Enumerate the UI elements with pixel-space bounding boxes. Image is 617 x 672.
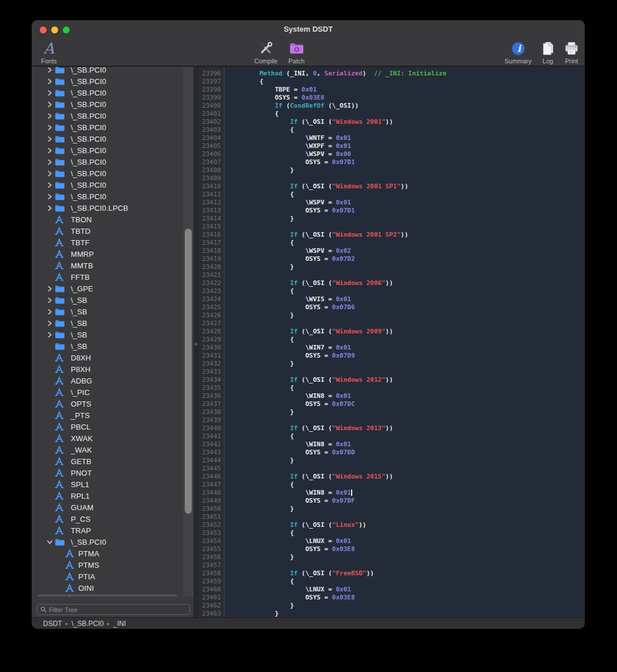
chevron-right-icon[interactable]: [47, 170, 53, 177]
patch-button[interactable]: Patch: [283, 40, 310, 64]
tree-item-_wak[interactable]: _WAK: [32, 444, 193, 455]
code-line[interactable]: If (\_OSI ("Windows 2001")): [225, 118, 585, 126]
code-line[interactable]: }: [225, 263, 585, 271]
compile-button[interactable]: Compile: [250, 40, 282, 64]
tree-item-_sb.pci0[interactable]: \_SB.PCI0: [32, 145, 193, 156]
code-line[interactable]: }: [225, 408, 585, 416]
code-line[interactable]: OSYS = 0x07DF: [225, 497, 585, 505]
breadcrumb-item-dsdt[interactable]: DSDT: [43, 620, 62, 628]
tree-item-oini[interactable]: OINI: [32, 582, 193, 594]
tree-item-tbtf[interactable]: TBTF: [32, 237, 193, 248]
tree-item-rpl1[interactable]: RPL1: [32, 490, 193, 502]
code-line[interactable]: {: [225, 529, 585, 537]
tree-item-mmtb[interactable]: MMTB: [32, 260, 193, 271]
filter-tree-input[interactable]: [49, 606, 189, 613]
code-line[interactable]: }: [225, 215, 585, 223]
tree-item-ptma[interactable]: PTMA: [32, 548, 193, 559]
tree-item-d8xh[interactable]: D8XH: [32, 352, 193, 363]
chevron-down-icon[interactable]: [47, 538, 53, 545]
tree-item-_sb.pci0[interactable]: \_SB.PCI0: [32, 98, 193, 110]
code-line[interactable]: }: [225, 553, 585, 561]
code-line[interactable]: If (\_OSI ("Windows 2013")): [225, 424, 585, 432]
code-line[interactable]: OSYS = 0x07DC: [225, 400, 585, 408]
code-line[interactable]: }: [225, 457, 585, 465]
code-line[interactable]: OSYS = 0x03E8: [225, 545, 585, 553]
tree-item-_gpe[interactable]: \_GPE: [32, 283, 193, 294]
code-pane[interactable]: Method (_INI, 0, Serialized) // _INI: In…: [225, 67, 585, 617]
tree-item-pbcl[interactable]: PBCL: [32, 421, 193, 432]
code-line[interactable]: }: [225, 505, 585, 513]
tree-item-_sb.pci0[interactable]: \_SB.PCI0: [32, 536, 193, 548]
tree-item-spl1[interactable]: SPL1: [32, 479, 193, 490]
chevron-right-icon[interactable]: [47, 112, 53, 119]
code-line[interactable]: }: [225, 610, 585, 617]
code-line[interactable]: OSYS = 0x07D1: [225, 158, 585, 166]
code-line[interactable]: If (\_OSI ("FreeBSD")): [225, 570, 585, 578]
chevron-right-icon[interactable]: [47, 285, 53, 292]
code-line[interactable]: }: [225, 166, 585, 174]
filter-tree-field[interactable]: [37, 604, 190, 615]
chevron-right-icon[interactable]: [47, 78, 53, 85]
code-line[interactable]: If (\_OSI ("Windows 2009")): [225, 328, 585, 336]
code-line[interactable]: If (\_OSI ("Linux")): [225, 521, 585, 529]
tree-item-xwak[interactable]: XWAK: [32, 432, 193, 444]
code-line[interactable]: OSYS = 0x07D9: [225, 352, 585, 360]
tree-item-_pic[interactable]: \_PIC: [32, 386, 193, 398]
code-line[interactable]: \WXPF = 0x01: [225, 142, 585, 150]
code-line[interactable]: OSYS = 0x03E8: [225, 94, 585, 102]
code-line[interactable]: If (\_OSI ("Windows 2001 SP2")): [225, 231, 585, 239]
chevron-right-icon[interactable]: [47, 193, 53, 200]
code-line[interactable]: {: [225, 432, 585, 441]
tree-item-tbtd[interactable]: TBTD: [32, 225, 193, 237]
code-line[interactable]: {: [225, 287, 585, 295]
tree-item-p_cs[interactable]: P_CS: [32, 513, 193, 525]
breadcrumb-item-_ini[interactable]: _INI: [113, 620, 126, 628]
code-line[interactable]: }: [225, 312, 585, 320]
split-divider[interactable]: [193, 67, 199, 617]
code-line[interactable]: If (\_OSI ("Windows 2015")): [225, 473, 585, 481]
sidebar-scrollbar-thumb[interactable]: [185, 229, 192, 514]
tree-item-_sb.pci0[interactable]: \_SB.PCI0: [32, 133, 193, 145]
chevron-right-icon[interactable]: [47, 158, 53, 165]
print-button[interactable]: Print: [560, 40, 583, 64]
tree-item-_sb.pci0[interactable]: \_SB.PCI0: [32, 156, 193, 168]
code-line[interactable]: \WIN7 = 0x01: [225, 344, 585, 352]
code-line[interactable]: \LNUX = 0x01: [225, 586, 585, 594]
code-line[interactable]: \WIN8 = 0x01: [225, 441, 585, 449]
code-line[interactable]: If (CondRefOf (\_OSI)): [225, 102, 585, 110]
tree-item-_sb.pci0[interactable]: \_SB.PCI0: [32, 110, 193, 122]
code-line[interactable]: OSYS = 0x07D6: [225, 303, 585, 312]
code-line[interactable]: [225, 223, 585, 231]
code-line[interactable]: {: [225, 78, 585, 86]
code-line[interactable]: \WSPV = 0x01: [225, 199, 585, 207]
tree-item-_pts[interactable]: _PTS: [32, 409, 193, 421]
chevron-right-icon[interactable]: [47, 308, 53, 315]
code-line[interactable]: [225, 320, 585, 328]
tree-item-_sb.pci0[interactable]: \_SB.PCI0: [32, 122, 193, 133]
code-line[interactable]: OSYS = 0x07DD: [225, 449, 585, 457]
chevron-right-icon[interactable]: [47, 135, 53, 142]
tree-item-_sb.pci0[interactable]: \_SB.PCI0: [32, 67, 193, 75]
code-line[interactable]: {: [225, 126, 585, 134]
tree-item-_sb.pci0[interactable]: \_SB.PCI0: [32, 87, 193, 98]
tree-item-_sb.pci0[interactable]: \_SB.PCI0: [32, 179, 193, 191]
code-line[interactable]: [225, 368, 585, 376]
chevron-right-icon[interactable]: [47, 204, 53, 211]
code-line[interactable]: \WNTF = 0x01: [225, 134, 585, 142]
summary-button[interactable]: i Summary: [501, 40, 535, 64]
tree-item-_sb.pci0[interactable]: \_SB.PCI0: [32, 168, 193, 179]
code-line[interactable]: }: [225, 360, 585, 368]
tree-item-p8xh[interactable]: P8XH: [32, 363, 193, 375]
tree-item-ptia[interactable]: PTIA: [32, 571, 193, 582]
tree-item-_sb.pci0[interactable]: \_SB.PCI0: [32, 191, 193, 202]
chevron-right-icon[interactable]: [47, 101, 53, 108]
code-line[interactable]: [225, 416, 585, 424]
code-line[interactable]: [225, 174, 585, 183]
code-line[interactable]: [225, 513, 585, 521]
code-line[interactable]: \WIN8 = 0x01: [225, 392, 585, 400]
fonts-button[interactable]: A Fonts: [34, 40, 64, 64]
tree-item-_ini[interactable]: _INI: [32, 594, 193, 597]
tree-item-_sb[interactable]: \_SB: [32, 294, 193, 306]
tree-item-getb[interactable]: GETB: [32, 455, 193, 467]
code-line[interactable]: OSYS = 0x07D1: [225, 207, 585, 215]
